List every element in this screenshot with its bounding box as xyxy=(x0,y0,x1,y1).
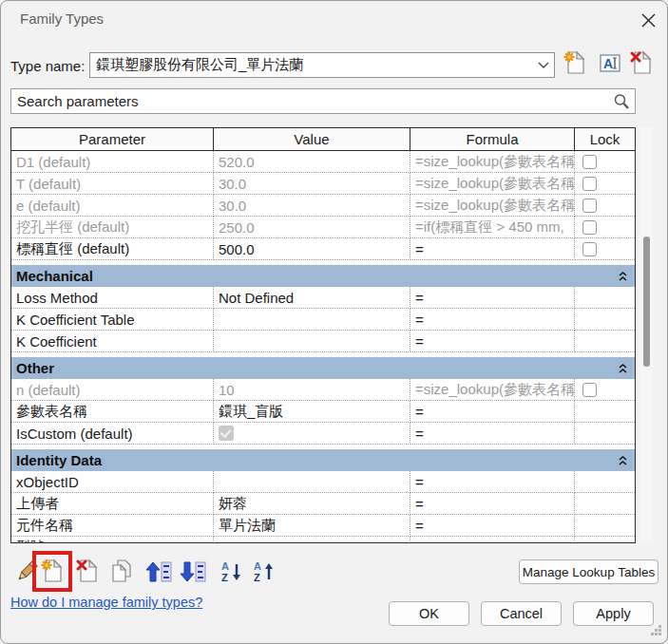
table-row[interactable]: 標稱直徑 (default)500.0= xyxy=(11,238,635,260)
rename-type-button[interactable]: A xyxy=(598,50,622,77)
lock-checkbox[interactable] xyxy=(582,383,597,397)
value-cell[interactable] xyxy=(214,471,410,493)
table-row[interactable]: 挖孔半徑 (default)250.0=if(標稱直徑 > 450 mm, xyxy=(11,217,635,238)
close-button[interactable] xyxy=(634,7,662,33)
svg-text:Z: Z xyxy=(221,572,228,583)
table-row[interactable]: 上傳者妍蓉= xyxy=(11,493,635,515)
value-cell[interactable] xyxy=(214,331,410,352)
value-cell[interactable]: 500.0 xyxy=(214,238,410,260)
formula-cell[interactable]: = xyxy=(410,537,575,543)
formula-cell[interactable]: =size_lookup(參數表名稱 xyxy=(410,173,575,195)
lock-cell xyxy=(575,238,635,260)
copy-parameter-button[interactable] xyxy=(108,557,137,587)
svg-text:A: A xyxy=(254,560,261,572)
lock-checkbox[interactable] xyxy=(582,220,597,235)
column-header-parameter[interactable]: Parameter xyxy=(11,128,214,150)
pencil-icon xyxy=(13,559,40,585)
new-type-button[interactable] xyxy=(563,50,588,77)
value-cell[interactable] xyxy=(214,423,410,445)
type-name-value: 鐶琪塑膠股份有限公司_單片法蘭 xyxy=(90,56,533,74)
table-body: D1 (default)520.0=size_lookup(參數表名稱T (de… xyxy=(11,151,635,543)
type-name-label: Type name: xyxy=(10,58,85,74)
close-icon xyxy=(641,13,656,28)
formula-cell[interactable]: =size_lookup(參數表名稱 xyxy=(410,195,575,217)
sort-descending-button[interactable]: A Z xyxy=(250,557,278,587)
formula-cell[interactable]: =size_lookup(參數表名稱 xyxy=(410,151,575,173)
cancel-button[interactable]: Cancel xyxy=(481,601,562,626)
lock-cell xyxy=(575,217,635,238)
table-row[interactable]: 型號VP-260= xyxy=(11,537,635,543)
section-label: Other xyxy=(16,360,619,376)
param-cell: xObjectID xyxy=(11,471,214,493)
apply-button[interactable]: Apply xyxy=(573,601,654,626)
value-cell[interactable] xyxy=(214,309,410,331)
lock-checkbox[interactable] xyxy=(582,177,597,191)
type-name-combobox[interactable]: 鐶琪塑膠股份有限公司_單片法蘭 xyxy=(89,52,555,78)
formula-cell[interactable]: = xyxy=(410,401,575,423)
formula-cell[interactable]: = xyxy=(410,331,575,352)
section-header-identity-data[interactable]: Identity Data xyxy=(11,449,635,471)
svg-text:Z: Z xyxy=(254,572,260,583)
sort-descending-icon: A Z xyxy=(252,559,277,584)
value-cell[interactable]: 鐶琪_盲版 xyxy=(214,401,410,423)
ok-button[interactable]: OK xyxy=(389,601,469,626)
edit-parameter-button[interactable] xyxy=(12,557,41,587)
lock-checkbox[interactable] xyxy=(582,155,597,169)
column-header-formula[interactable]: Formula xyxy=(410,128,575,150)
help-link[interactable]: How do I manage family types? xyxy=(10,595,202,610)
formula-cell[interactable]: = xyxy=(410,423,575,445)
table-row[interactable]: e (default)30.0=size_lookup(參數表名稱 xyxy=(11,195,635,217)
formula-cell[interactable]: =if(標稱直徑 > 450 mm, xyxy=(410,217,575,238)
column-header-value[interactable]: Value xyxy=(214,128,410,150)
manage-lookup-tables-button[interactable]: Manage Lookup Tables xyxy=(519,559,658,584)
param-cell: 型號 xyxy=(11,537,214,543)
section-header-mechanical[interactable]: Mechanical xyxy=(11,265,635,287)
search-input[interactable] xyxy=(11,92,608,110)
section-header-other[interactable]: Other xyxy=(11,357,635,379)
lock-checkbox[interactable] xyxy=(582,199,597,213)
new-parameter-button[interactable] xyxy=(39,557,67,587)
param-cell: Loss Method xyxy=(11,287,214,309)
formula-cell[interactable]: = xyxy=(410,515,575,537)
table-row[interactable]: n (default)10=size_lookup(參數表名稱 xyxy=(11,379,635,401)
table-row[interactable]: 元件名稱單片法蘭= xyxy=(11,515,635,537)
move-up-icon xyxy=(145,559,174,584)
delete-type-button[interactable] xyxy=(630,50,655,77)
move-down-button[interactable] xyxy=(180,557,208,587)
value-cell[interactable]: 250.0 xyxy=(214,217,410,238)
value-cell[interactable]: 520.0 xyxy=(214,151,410,173)
param-cell: IsCustom (default) xyxy=(11,423,214,445)
table-row[interactable]: Loss MethodNot Defined= xyxy=(11,287,635,309)
resize-grip-icon[interactable] xyxy=(651,622,661,638)
table-row[interactable]: K Coefficient= xyxy=(11,331,635,352)
sort-ascending-button[interactable]: A Z xyxy=(218,557,246,587)
search-icon[interactable] xyxy=(608,93,635,110)
value-cell[interactable]: 30.0 xyxy=(214,195,410,217)
formula-cell[interactable]: = xyxy=(410,309,575,331)
table-row[interactable]: T (default)30.0=size_lookup(參數表名稱 xyxy=(11,173,635,195)
value-cell[interactable]: 妍蓉 xyxy=(214,493,410,515)
scrollbar-thumb[interactable] xyxy=(643,237,650,367)
delete-parameter-button[interactable] xyxy=(74,557,103,587)
search-box xyxy=(10,88,636,114)
formula-cell[interactable]: =size_lookup(參數表名稱 xyxy=(410,379,575,401)
value-cell[interactable]: Not Defined xyxy=(214,287,410,309)
table-row[interactable]: IsCustom (default)= xyxy=(11,423,635,445)
value-cell[interactable]: VP-260 xyxy=(214,537,410,543)
column-header-lock[interactable]: Lock xyxy=(575,128,635,150)
value-cell[interactable]: 10 xyxy=(214,379,410,401)
move-up-button[interactable] xyxy=(145,557,174,587)
table-row[interactable]: xObjectID= xyxy=(11,471,635,493)
table-row[interactable]: 參數表名稱鐶琪_盲版= xyxy=(11,401,635,423)
formula-cell[interactable]: = xyxy=(410,493,575,515)
formula-cell[interactable]: = xyxy=(410,471,575,493)
formula-cell[interactable]: = xyxy=(410,287,575,309)
table-row[interactable]: K Coefficient Table= xyxy=(11,309,635,331)
table-row[interactable]: D1 (default)520.0=size_lookup(參數表名稱 xyxy=(11,151,635,173)
value-cell[interactable]: 30.0 xyxy=(214,173,410,195)
chevron-down-icon xyxy=(533,62,554,68)
collapse-chevron-icon xyxy=(619,456,627,465)
formula-cell[interactable]: = xyxy=(410,238,575,260)
value-cell[interactable]: 單片法蘭 xyxy=(214,515,410,537)
lock-checkbox[interactable] xyxy=(582,242,597,256)
